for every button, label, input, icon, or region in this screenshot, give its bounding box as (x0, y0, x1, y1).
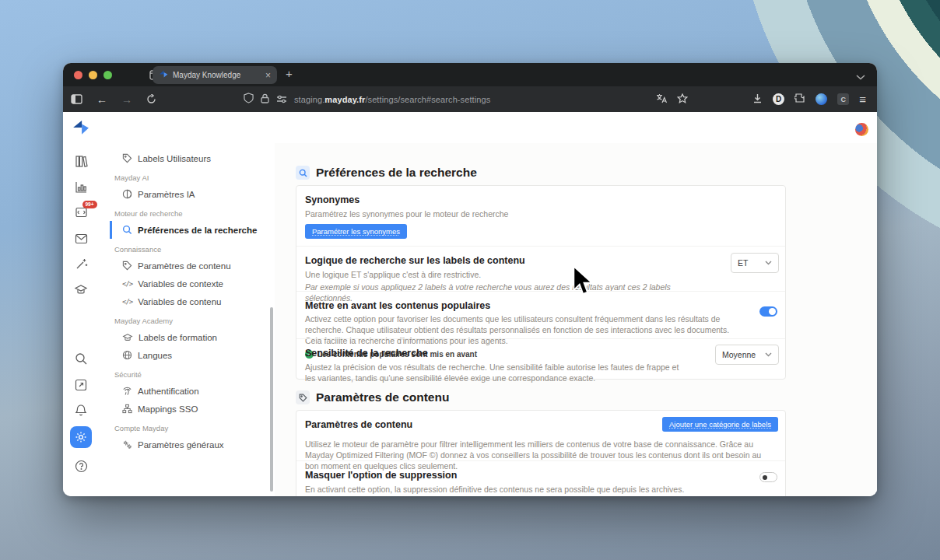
popular-content-toggle[interactable] (759, 306, 777, 317)
configure-synonyms-button[interactable]: Paramétrer les synonymes (305, 224, 407, 239)
external-link-icon[interactable] (74, 377, 89, 392)
magic-wand-icon[interactable] (74, 257, 89, 271)
chevron-down-icon (765, 261, 772, 265)
academy-icon[interactable] (74, 282, 89, 297)
minimize-window-button[interactable] (89, 71, 97, 79)
chevron-down-icon (765, 352, 772, 357)
browser-tab[interactable]: Mayday Knowledge × (153, 66, 277, 84)
sidebar-item-variables-de-contenu[interactable]: </> Variables de contenu (110, 292, 275, 310)
sensitivity-desc: Ajustez la précision de vos résultats de… (305, 362, 777, 383)
browser-menu-icon[interactable]: ≡ (859, 93, 866, 106)
mayday-logo-icon[interactable] (72, 120, 89, 140)
extensions-puzzle-icon[interactable] (794, 93, 805, 107)
address-bar[interactable]: staging.mayday.fr/settings/search#search… (244, 93, 490, 107)
zoom-window-button[interactable] (103, 71, 112, 79)
sidebar-item-parametres-de-contenu[interactable]: Paramètres de contenu (110, 257, 275, 275)
mayday-app: 99+ (63, 112, 877, 496)
search-icon[interactable] (74, 352, 89, 366)
sidebar-item-parametres-ia[interactable]: Paramètres IA (110, 185, 275, 203)
sidebar-item-labels-utilisateurs[interactable]: Labels Utilisateurs (110, 149, 275, 167)
content-settings-title: Paramètres de contenu (316, 390, 449, 404)
synonyms-row: Synonymes Paramétrez les synonymes pour … (296, 186, 785, 246)
close-window-button[interactable] (74, 71, 82, 79)
add-label-category-button[interactable]: Ajouter une catégorie de labels (662, 417, 778, 432)
tab-title: Mayday Knowledge (173, 71, 261, 79)
knowledge-base-icon[interactable] (74, 154, 89, 169)
sidebar-item-parametres-generaux[interactable]: Paramètres généraux (110, 436, 275, 453)
notification-badge: 99+ (82, 201, 97, 208)
url-text[interactable]: staging.mayday.fr/settings/search#search… (294, 95, 490, 104)
help-icon[interactable] (74, 459, 89, 474)
hide-delete-toggle[interactable] (759, 472, 777, 482)
sidebar-section-mayday-academy: Mayday Academy (110, 313, 275, 328)
extension-c-icon[interactable]: C (837, 93, 849, 105)
sensitivity-select[interactable]: Moyenne (715, 345, 779, 365)
hide-delete-row: Masquer l'option de suppression En activ… (296, 460, 785, 496)
browser-tab-bar: Mayday Knowledge × + (63, 63, 877, 86)
sidebar-scrollbar[interactable] (270, 307, 273, 492)
labels-logic-select[interactable]: ET (731, 253, 779, 273)
settings-gear-icon[interactable] (70, 426, 92, 448)
conversations-icon[interactable]: 99+ (74, 205, 89, 220)
sidebar-item-mappings-sso[interactable]: Mappings SSO (110, 400, 275, 418)
sidebar-section-securite: Sécurité (110, 366, 275, 382)
sidebar-section-moteur-de-recherche: Moteur de recherche (110, 205, 275, 221)
mail-icon[interactable] (74, 231, 89, 246)
tab-bar-chevron-down-icon[interactable] (856, 69, 865, 83)
window-controls (74, 71, 112, 79)
sidebar-section-mayday-ai: Mayday AI (110, 170, 275, 185)
synonyms-desc: Paramétrez les synonymes pour le moteur … (305, 208, 777, 219)
content-settings-card: Paramètres de contenu Utilisez le moteur… (296, 410, 786, 496)
sidebar-toggle-icon[interactable] (71, 94, 82, 104)
forward-button[interactable]: → (121, 93, 132, 106)
downloads-icon[interactable] (752, 93, 763, 107)
tab-close-icon[interactable]: × (265, 71, 271, 80)
content-params-row: Paramètres de contenu Utilisez le moteur… (296, 411, 785, 460)
sensitivity-title: Sensibilité de la recherche (305, 348, 777, 359)
tab-favicon-mayday-logo-icon (159, 68, 168, 82)
desktop-wallpaper: Mayday Knowledge × + ← → (0, 0, 940, 560)
hide-delete-desc: En activant cette option, la suppression… (305, 484, 777, 495)
sidebar-item-langues[interactable]: Langues (110, 346, 275, 364)
icon-rail: 99+ (63, 143, 99, 496)
code-icon: </> (122, 280, 132, 288)
mouse-cursor (572, 266, 595, 302)
tune-settings-icon[interactable] (276, 93, 287, 107)
popular-content-row: Mettre en avant les contenus populaires … (296, 291, 785, 338)
translate-icon[interactable] (656, 93, 667, 107)
sidebar-section-compte-mayday: Compte Mayday (110, 420, 275, 436)
lock-icon[interactable] (261, 93, 269, 107)
user-avatar[interactable] (855, 123, 868, 136)
reload-button[interactable] (146, 94, 156, 104)
popular-content-title: Mettre en avant les contenus populaires (305, 300, 777, 311)
analytics-icon[interactable] (74, 180, 89, 194)
sidebar-item-preferences-recherche[interactable]: Préférences de la recherche (110, 221, 275, 239)
content-settings-header: Paramètres de contenu (296, 390, 449, 404)
sidebar-item-variables-de-contexte[interactable]: </> Variables de contexte (110, 275, 275, 292)
settings-sidebar: Labels Utilisateurs Mayday AI Paramètres… (110, 143, 275, 496)
extension-profile-icon[interactable] (815, 93, 827, 105)
main-content: Préférences de la recherche Synonymes Pa… (275, 143, 877, 496)
code-icon: </> (122, 298, 132, 306)
search-settings-header: Préférences de la recherche (296, 166, 477, 180)
content-section-icon (296, 390, 310, 404)
shield-icon[interactable] (244, 93, 254, 107)
hide-delete-title: Masquer l'option de suppression (305, 470, 777, 481)
labels-logic-row: Logique de recherche sur les labels de c… (296, 246, 785, 291)
sidebar-item-authentification[interactable]: Authentification (110, 382, 275, 400)
labels-logic-title: Logique de recherche sur les labels de c… (305, 255, 777, 266)
labels-logic-desc: Une logique ET s'applique c'est à dire r… (305, 269, 777, 280)
bookmark-star-icon[interactable] (677, 93, 688, 107)
search-settings-card: Synonymes Paramétrez les synonymes pour … (296, 185, 786, 380)
extension-d-icon[interactable]: D (773, 93, 784, 105)
sensitivity-row: Sensibilité de la recherche Ajustez la p… (296, 338, 785, 380)
browser-toolbar: ← → (63, 86, 877, 112)
back-button[interactable]: ← (96, 93, 107, 106)
browser-window: Mayday Knowledge × + ← → (63, 63, 877, 496)
notifications-bell-icon[interactable] (74, 403, 89, 418)
search-settings-title: Préférences de la recherche (316, 166, 477, 180)
sidebar-section-connaissance: Connaissance (110, 241, 275, 257)
sidebar-item-labels-de-formation[interactable]: Labels de formation (110, 328, 275, 346)
synonyms-title: Synonymes (305, 194, 777, 205)
new-tab-button[interactable]: + (286, 67, 293, 80)
